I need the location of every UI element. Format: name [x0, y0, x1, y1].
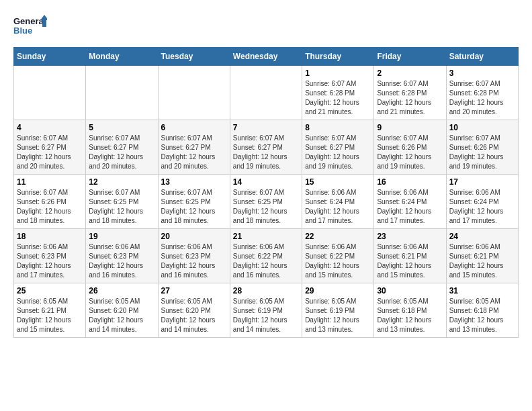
day-number: 24 — [449, 232, 515, 241]
day-number: 16 — [377, 177, 443, 187]
calendar-week-row: 18Sunrise: 6:06 AM Sunset: 6:23 PM Dayli… — [14, 229, 519, 283]
day-number: 11 — [17, 177, 83, 187]
calendar-cell: 7Sunrise: 6:07 AM Sunset: 6:27 PM Daylig… — [230, 120, 302, 175]
day-number: 27 — [161, 286, 227, 295]
day-info: Sunrise: 6:06 AM Sunset: 6:24 PM Dayligh… — [377, 188, 443, 226]
day-number: 18 — [17, 232, 83, 241]
day-number: 19 — [89, 232, 154, 241]
svg-text:General: General — [13, 16, 46, 26]
day-number: 3 — [449, 68, 515, 78]
day-info: Sunrise: 6:07 AM Sunset: 6:25 PM Dayligh… — [89, 188, 154, 226]
logo-svg: General Blue — [13, 13, 47, 40]
calendar-cell: 22Sunrise: 6:06 AM Sunset: 6:22 PM Dayli… — [302, 229, 374, 283]
calendar-cell — [14, 66, 86, 120]
day-info: Sunrise: 6:07 AM Sunset: 6:27 PM Dayligh… — [17, 134, 83, 171]
calendar-cell: 4Sunrise: 6:07 AM Sunset: 6:27 PM Daylig… — [14, 120, 86, 175]
day-number: 9 — [377, 123, 443, 132]
day-info: Sunrise: 6:07 AM Sunset: 6:27 PM Dayligh… — [161, 134, 227, 171]
calendar-cell: 29Sunrise: 6:05 AM Sunset: 6:19 PM Dayli… — [302, 283, 374, 338]
day-info: Sunrise: 6:05 AM Sunset: 6:18 PM Dayligh… — [449, 297, 515, 334]
day-info: Sunrise: 6:05 AM Sunset: 6:20 PM Dayligh… — [161, 297, 227, 334]
day-number: 26 — [89, 286, 154, 295]
calendar-cell: 18Sunrise: 6:06 AM Sunset: 6:23 PM Dayli… — [14, 229, 86, 283]
day-number: 17 — [449, 177, 515, 187]
calendar-cell: 24Sunrise: 6:06 AM Sunset: 6:21 PM Dayli… — [446, 229, 518, 283]
day-info: Sunrise: 6:05 AM Sunset: 6:21 PM Dayligh… — [17, 297, 83, 334]
header-sunday: Sunday — [14, 48, 86, 66]
day-number: 28 — [233, 286, 299, 295]
calendar-cell — [230, 66, 302, 120]
calendar-cell: 25Sunrise: 6:05 AM Sunset: 6:21 PM Dayli… — [14, 283, 86, 338]
calendar-cell: 23Sunrise: 6:06 AM Sunset: 6:21 PM Dayli… — [374, 229, 446, 283]
calendar-week-row: 4Sunrise: 6:07 AM Sunset: 6:27 PM Daylig… — [14, 120, 519, 175]
calendar-cell: 3Sunrise: 6:07 AM Sunset: 6:28 PM Daylig… — [446, 66, 518, 120]
calendar-cell: 5Sunrise: 6:07 AM Sunset: 6:27 PM Daylig… — [86, 120, 158, 175]
header-friday: Friday — [374, 48, 446, 66]
day-info: Sunrise: 6:07 AM Sunset: 6:26 PM Dayligh… — [449, 134, 515, 171]
day-info: Sunrise: 6:07 AM Sunset: 6:27 PM Dayligh… — [305, 134, 371, 171]
calendar-cell: 6Sunrise: 6:07 AM Sunset: 6:27 PM Daylig… — [158, 120, 230, 175]
day-info: Sunrise: 6:05 AM Sunset: 6:18 PM Dayligh… — [377, 297, 443, 334]
header-tuesday: Tuesday — [158, 48, 230, 66]
day-number: 20 — [161, 232, 227, 241]
day-info: Sunrise: 6:05 AM Sunset: 6:20 PM Dayligh… — [89, 297, 154, 334]
day-number: 12 — [89, 177, 154, 187]
day-number: 25 — [17, 286, 83, 295]
svg-text:Blue: Blue — [13, 26, 32, 36]
day-number: 4 — [17, 123, 83, 132]
calendar-cell: 30Sunrise: 6:05 AM Sunset: 6:18 PM Dayli… — [374, 283, 446, 338]
day-number: 2 — [377, 68, 443, 78]
header-saturday: Saturday — [446, 48, 518, 66]
calendar-cell: 11Sunrise: 6:07 AM Sunset: 6:26 PM Dayli… — [14, 175, 86, 229]
day-number: 13 — [161, 177, 227, 187]
day-number: 10 — [449, 123, 515, 132]
calendar-cell: 26Sunrise: 6:05 AM Sunset: 6:20 PM Dayli… — [86, 283, 158, 338]
day-number: 29 — [305, 286, 371, 295]
day-number: 1 — [305, 68, 371, 78]
calendar-cell: 14Sunrise: 6:07 AM Sunset: 6:25 PM Dayli… — [230, 175, 302, 229]
day-number: 22 — [305, 232, 371, 241]
calendar-cell — [86, 66, 158, 120]
day-info: Sunrise: 6:06 AM Sunset: 6:21 PM Dayligh… — [377, 242, 443, 280]
calendar-cell: 28Sunrise: 6:05 AM Sunset: 6:19 PM Dayli… — [230, 283, 302, 338]
day-number: 6 — [161, 123, 227, 132]
day-info: Sunrise: 6:06 AM Sunset: 6:24 PM Dayligh… — [305, 188, 371, 226]
calendar-week-row: 25Sunrise: 6:05 AM Sunset: 6:21 PM Dayli… — [14, 283, 519, 338]
calendar-cell: 20Sunrise: 6:06 AM Sunset: 6:23 PM Dayli… — [158, 229, 230, 283]
day-info: Sunrise: 6:07 AM Sunset: 6:25 PM Dayligh… — [161, 188, 227, 226]
day-info: Sunrise: 6:07 AM Sunset: 6:28 PM Dayligh… — [377, 79, 443, 117]
day-number: 7 — [233, 123, 299, 132]
day-number: 8 — [305, 123, 371, 132]
days-header-row: SundayMondayTuesdayWednesdayThursdayFrid… — [14, 48, 519, 66]
day-info: Sunrise: 6:07 AM Sunset: 6:27 PM Dayligh… — [89, 134, 154, 171]
calendar-cell — [158, 66, 230, 120]
day-number: 30 — [377, 286, 443, 295]
calendar-cell: 2Sunrise: 6:07 AM Sunset: 6:28 PM Daylig… — [374, 66, 446, 120]
day-info: Sunrise: 6:06 AM Sunset: 6:21 PM Dayligh… — [449, 242, 515, 280]
header-thursday: Thursday — [302, 48, 374, 66]
calendar-cell: 31Sunrise: 6:05 AM Sunset: 6:18 PM Dayli… — [446, 283, 518, 338]
calendar-cell: 21Sunrise: 6:06 AM Sunset: 6:22 PM Dayli… — [230, 229, 302, 283]
calendar-cell: 27Sunrise: 6:05 AM Sunset: 6:20 PM Dayli… — [158, 283, 230, 338]
page-header: General Blue — [13, 13, 519, 40]
day-number: 23 — [377, 232, 443, 241]
calendar-cell: 12Sunrise: 6:07 AM Sunset: 6:25 PM Dayli… — [86, 175, 158, 229]
day-number: 15 — [305, 177, 371, 187]
day-info: Sunrise: 6:05 AM Sunset: 6:19 PM Dayligh… — [305, 297, 371, 334]
day-number: 31 — [449, 286, 515, 295]
calendar-cell: 19Sunrise: 6:06 AM Sunset: 6:23 PM Dayli… — [86, 229, 158, 283]
day-info: Sunrise: 6:07 AM Sunset: 6:25 PM Dayligh… — [233, 188, 299, 226]
day-number: 5 — [89, 123, 154, 132]
calendar-week-row: 1Sunrise: 6:07 AM Sunset: 6:28 PM Daylig… — [14, 66, 519, 120]
calendar-cell: 10Sunrise: 6:07 AM Sunset: 6:26 PM Dayli… — [446, 120, 518, 175]
day-info: Sunrise: 6:07 AM Sunset: 6:26 PM Dayligh… — [377, 134, 443, 171]
day-number: 21 — [233, 232, 299, 241]
calendar-cell: 16Sunrise: 6:06 AM Sunset: 6:24 PM Dayli… — [374, 175, 446, 229]
day-info: Sunrise: 6:06 AM Sunset: 6:22 PM Dayligh… — [233, 242, 299, 280]
day-info: Sunrise: 6:05 AM Sunset: 6:19 PM Dayligh… — [233, 297, 299, 334]
day-info: Sunrise: 6:06 AM Sunset: 6:24 PM Dayligh… — [449, 188, 515, 226]
calendar-cell: 15Sunrise: 6:06 AM Sunset: 6:24 PM Dayli… — [302, 175, 374, 229]
day-info: Sunrise: 6:06 AM Sunset: 6:22 PM Dayligh… — [305, 242, 371, 280]
calendar-cell: 8Sunrise: 6:07 AM Sunset: 6:27 PM Daylig… — [302, 120, 374, 175]
calendar-cell: 17Sunrise: 6:06 AM Sunset: 6:24 PM Dayli… — [446, 175, 518, 229]
